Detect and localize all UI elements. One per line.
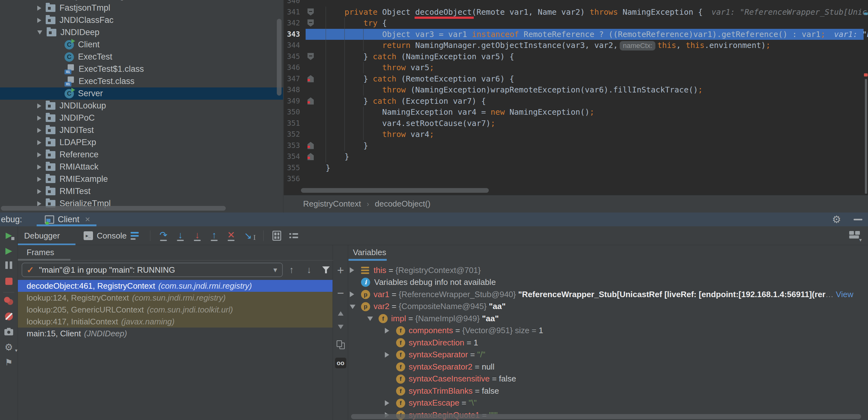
add-watch-icon[interactable]: + (333, 264, 348, 276)
rerun-icon[interactable]: ▶ (0, 229, 18, 241)
editor-line-350[interactable]: 350NamingException var4 = new NamingExce… (284, 107, 868, 118)
editor-line-356[interactable]: 356 (284, 173, 868, 185)
remove-watch-icon[interactable]: − (333, 287, 348, 299)
variables-panel[interactable]: Variables this = {RegistryContext@701}iV… (348, 245, 868, 420)
fold-marker-icon[interactable] (308, 20, 314, 27)
tree-item-jndipoc[interactable]: JNDIPoC (0, 112, 283, 124)
line-number[interactable]: 350 (284, 107, 300, 118)
tree-item-client[interactable]: CClient (0, 38, 283, 51)
line-number[interactable]: 351 (284, 118, 300, 129)
line-number[interactable]: 346 (284, 62, 300, 73)
evaluate-expression-icon[interactable] (270, 226, 284, 245)
editor-line-345[interactable]: 345} catch (NamingException var5) { (284, 51, 868, 62)
frame-up-icon[interactable]: ↑ (285, 263, 299, 277)
tree-item-exectest-1-class[interactable]: 01ExecTest$1.class (0, 63, 283, 75)
variable-row-impl[interactable]: fimpl = {NameImpl@949} "aa" (348, 312, 868, 325)
tree-item-exectest-class[interactable]: 01ExecTest.class (0, 75, 283, 87)
frames-panel[interactable]: Frames ✓ "main"@1 in group "main": RUNNI… (18, 245, 333, 420)
variable-row-this[interactable]: this = {RegistryContext@701} (348, 264, 868, 276)
breadcrumb-class[interactable]: RegistryContext (303, 199, 361, 209)
chevron-expanded-icon[interactable] (37, 30, 42, 34)
expand-icon[interactable] (385, 352, 389, 358)
layout-settings-icon[interactable]: ▾ (847, 226, 862, 245)
tree-item-reference[interactable]: Reference (0, 148, 283, 161)
line-number[interactable]: 347 (284, 73, 300, 85)
line-number[interactable]: 341 (284, 7, 300, 18)
frame-row-decodeobject-461[interactable]: decodeObject:461, RegistryContext(com.su… (18, 280, 333, 292)
tree-item-ldapexp[interactable]: LDAPExp (0, 136, 283, 148)
editor-line-343[interactable]: 343Object var3 = var1 instanceof RemoteR… (284, 29, 868, 40)
editor-line-348[interactable]: 348throw (NamingException)wrapRemoteExce… (284, 84, 868, 95)
fold-marker-icon[interactable] (308, 75, 314, 82)
tab-debugger[interactable]: Debugger (24, 226, 60, 245)
view-link[interactable]: View (836, 289, 853, 299)
gear-icon[interactable]: ⚙ (832, 214, 841, 225)
mute-breakpoints-icon[interactable] (0, 310, 18, 323)
expand-icon[interactable] (350, 291, 354, 297)
code-editor[interactable]: 356355}354}353}352throw var4;351var4.set… (284, 0, 868, 195)
tree-item-jnditest[interactable]: JNDITest (0, 124, 283, 136)
tree-item-jndiclassfac[interactable]: JNDIClassFac (0, 14, 283, 26)
chevron-collapsed-icon[interactable] (37, 165, 41, 170)
thread-dump-icon[interactable] (0, 325, 18, 338)
fold-marker-icon[interactable] (308, 97, 314, 105)
resume-icon[interactable]: ▶ (0, 244, 18, 257)
line-number[interactable]: 342 (284, 18, 300, 29)
force-step-into-icon[interactable]: ↓ (190, 226, 205, 245)
pin-icon[interactable]: ⚑ (0, 356, 18, 369)
line-number[interactable]: 354 (284, 151, 300, 162)
line-number[interactable]: 345 (284, 51, 300, 62)
fold-marker-icon[interactable] (308, 153, 314, 160)
frame-row-lookup-205[interactable]: lookup:205, GenericURLContext(com.sun.jn… (18, 304, 333, 316)
close-icon[interactable]: × (85, 215, 90, 224)
chevron-collapsed-icon[interactable] (37, 104, 41, 108)
editor-line-351[interactable]: 351var4.setRootCause(var7); (284, 118, 868, 129)
step-into-icon[interactable]: ↓ (173, 226, 188, 245)
tree-item-jndilookup[interactable]: JNDILookup (0, 100, 283, 112)
duplicate-icon[interactable] (333, 338, 348, 351)
tab-console[interactable]: ▸_ Console (84, 226, 126, 245)
breadcrumb-method[interactable]: decodeObject() (375, 199, 431, 209)
variable-row-var2[interactable]: pvar2 = {CompositeName@945} "aa" (348, 301, 868, 313)
tree-item-rmitest[interactable]: RMITest (0, 185, 283, 197)
editor-line-344[interactable]: 344return NamingManager.getObjectInstanc… (284, 40, 868, 51)
scroll-up-icon[interactable] (333, 307, 348, 320)
editor-line-340[interactable]: 340 (284, 0, 868, 7)
trace-settings-icon[interactable] (286, 226, 301, 245)
chevron-collapsed-icon[interactable] (37, 6, 41, 11)
chevron-collapsed-icon[interactable] (37, 140, 41, 145)
fold-marker-icon[interactable] (308, 8, 314, 16)
variable-row-syntaxescape[interactable]: fsyntaxEscape = "\" (348, 397, 868, 409)
variable-row-syntaxseparator2[interactable]: fsyntaxSeparator2 = null (348, 361, 868, 373)
editor-line-353[interactable]: 353} (284, 140, 868, 151)
variable-row-syntaxseparator[interactable]: fsyntaxSeparator = "/" (348, 349, 868, 361)
tree-vertical-scrollbar[interactable] (277, 19, 281, 95)
line-number[interactable]: 352 (284, 129, 300, 140)
step-over-icon[interactable]: ↷ (156, 226, 170, 245)
tree-item-exectest[interactable]: CExecTest (0, 51, 283, 63)
show-execution-point-icon[interactable] (127, 226, 142, 245)
expand-icon[interactable] (350, 268, 354, 273)
tree-item-fastjsontmpl[interactable]: FastjsonTmpl (0, 2, 283, 14)
run-to-cursor-icon[interactable]: ↘I (241, 226, 255, 245)
line-number[interactable]: 340 (284, 0, 300, 7)
frame-row-main-15[interactable]: main:15, Client(JNDIDeep) (18, 328, 333, 339)
step-out-icon[interactable]: ↑ (207, 226, 221, 245)
stop-icon[interactable] (0, 275, 18, 287)
chevron-collapsed-icon[interactable] (37, 18, 41, 23)
tree-horizontal-scrollbar[interactable] (1, 206, 226, 211)
editor-line-355[interactable]: 355} (284, 162, 868, 174)
expand-icon[interactable] (385, 400, 389, 406)
frame-down-icon[interactable]: ↓ (302, 263, 316, 277)
collapse-icon[interactable] (350, 305, 355, 309)
filter-icon[interactable] (319, 263, 333, 277)
chevron-collapsed-icon[interactable] (37, 177, 41, 182)
watch-return-values-icon[interactable]: oo (333, 357, 348, 369)
debug-session-tab[interactable]: Client × (40, 213, 95, 226)
line-number[interactable]: 349 (284, 95, 300, 107)
variable-row-syntaxdirection[interactable]: fsyntaxDirection = 1 (348, 337, 868, 349)
line-number[interactable]: 343 (284, 29, 300, 40)
thread-dropdown[interactable]: ✓ "main"@1 in group "main": RUNNING ▾ (22, 263, 283, 277)
drop-frame-icon[interactable]: ✕ (224, 226, 238, 245)
variable-row-var1[interactable]: pvar1 = {ReferenceWrapper_Stub@940} "Ref… (348, 288, 868, 301)
